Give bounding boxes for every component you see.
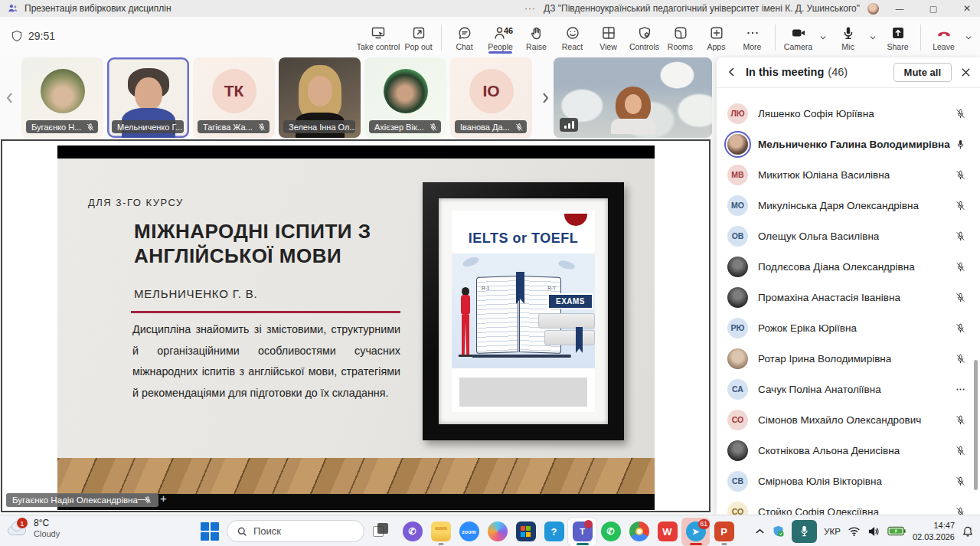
toolbar-chat-button[interactable]: Chat [446,21,482,51]
back-chevron-icon[interactable] [727,67,737,77]
titlebar-overflow-icon[interactable]: ··· [524,3,536,14]
participant-tile[interactable]: Зелена Інна Ол... [279,57,361,138]
participant-row[interactable]: Скотнікова Альона Денисівна [717,435,980,466]
participant-row[interactable]: ЛЮЛяшенко Софія Юріївна [717,98,980,129]
minimize-button[interactable]: — [887,0,913,17]
windows-security-icon[interactable] [772,525,785,538]
task-view-button[interactable] [373,523,390,540]
participant-row[interactable]: Ротар Ірина Володимирівна [717,343,980,374]
mic-off-icon[interactable] [955,322,966,334]
wps-icon: W [658,521,678,541]
battery-icon[interactable] [887,526,906,536]
whatsapp-taskbar-icon[interactable]: ✆ [596,518,625,546]
mic-off-icon[interactable] [955,476,966,487]
toolbar-react-button[interactable]: React [554,21,590,51]
camera-options-chevron[interactable] [816,21,830,43]
zoom-in-button[interactable]: + [160,492,167,505]
wps-taskbar-icon[interactable]: W [653,518,681,546]
mic-off-icon[interactable] [955,261,966,273]
slide-description: Дисципліна знайомить зі змістовими, стру… [132,319,400,404]
participant-row[interactable]: СОСімонов Михайло Олександрович [717,404,980,435]
participant-row[interactable]: СОСтойко Софія Олексіївна [717,496,980,515]
toolbar-controls-button[interactable]: Controls [626,21,662,51]
leave-options-chevron[interactable] [962,21,975,43]
taskbar-clock[interactable]: 14:47 02.03.2026 [913,520,955,542]
store-taskbar-icon[interactable] [511,518,540,546]
participant-tile[interactable]: ІОІванова Да... [450,57,532,138]
mic-off-icon[interactable] [955,108,966,119]
mic-off-icon[interactable] [955,292,966,303]
zoom-icon: zoom [459,521,479,541]
toolbar-view-button[interactable]: View [590,21,626,51]
mic-on-icon[interactable] [955,139,966,150]
zoom-taskbar-icon[interactable]: zoom [455,518,483,546]
viber-taskbar-icon[interactable]: ✆ [398,518,426,546]
chrome-taskbar-icon[interactable] [625,518,653,546]
mic-off-icon[interactable] [955,169,966,181]
shared-screen-area[interactable]: ДЛЯ 3-ГО КУРСУ МІЖНАРОДНІ ІСПИТИ З АНГЛІ… [2,140,710,512]
teams-taskbar-icon[interactable]: T [568,518,596,546]
tile-participant-name: Ахієзер Вік... [374,123,424,132]
participant-row[interactable]: МОМикулінська Даря Олександрівна [717,190,980,221]
taskbar-search[interactable]: Поиск [227,520,364,542]
mic-icon [841,25,856,41]
toolbar-pop-out-button[interactable]: Pop out [400,21,436,51]
toolbar-more-button[interactable]: More [734,21,770,51]
participant-row[interactable]: ОВОлещук Ольга Василівна [717,221,980,251]
explorer-taskbar-icon[interactable] [426,518,455,546]
powerpoint-taskbar-icon[interactable]: P [710,518,738,546]
copilot-taskbar-icon[interactable] [483,518,511,546]
notification-bell-icon[interactable]: z [962,525,974,538]
weather-widget[interactable]: 1 8°C Cloudy [6,518,60,540]
camera-icon [791,25,806,41]
active-mic-indicator[interactable] [792,520,817,543]
toolbar-people-button[interactable]: People46 [482,21,518,51]
telegram-taskbar-icon[interactable]: ➤61 [681,518,710,546]
participant-tile[interactable]: Ахієзер Вік... [364,57,446,138]
maximize-button[interactable]: ▢ [920,0,946,17]
mic-off-icon[interactable] [955,445,966,456]
toolbar-mic-button[interactable]: Mic [830,21,866,51]
teams-app-icon [8,3,18,14]
zoom-out-button[interactable]: — [138,492,149,505]
row-more-icon[interactable] [955,384,966,395]
mic-off-icon[interactable] [955,506,966,515]
panel-scrollbar[interactable] [974,360,978,490]
mic-off-icon[interactable] [955,230,966,242]
mute-all-button[interactable]: Mute all [893,63,952,82]
filmstrip-next-button[interactable] [538,88,552,108]
panel-close-icon[interactable] [961,67,971,77]
search-placeholder: Поиск [253,525,281,537]
participant-tile[interactable]: ТКТагієва Жа... [193,57,275,138]
filmstrip-prev-button[interactable] [3,88,17,108]
mic-off-icon[interactable] [955,200,966,211]
toolbar-camera-button[interactable]: Camera [780,21,816,51]
mic-off-icon[interactable] [955,353,966,365]
toolbar-raise-button[interactable]: Raise [518,21,554,51]
participant-row[interactable]: Промахіна Анастасія Іванівна [717,282,980,312]
participant-row[interactable]: РЮРожок Еріка Юріївна [717,312,980,343]
speaker-icon[interactable] [867,526,880,537]
spotlight-video-tile[interactable] [554,57,712,138]
mic-options-chevron[interactable] [866,21,880,43]
participant-row[interactable]: МВМикитюк Юліана Василівна [717,159,980,190]
toolbar-take-control-button[interactable]: Take control [356,21,400,51]
participant-row[interactable]: САСачук Поліна Анатоліївна [717,374,980,404]
tray-expand-chevron-icon[interactable] [755,528,765,535]
start-button[interactable] [201,522,219,541]
toolbar-apps-button[interactable]: Apps [698,21,734,51]
participant-row[interactable]: Мельниченко Галина Володимирівна [717,129,980,159]
mic-off-icon[interactable] [955,414,966,426]
close-button[interactable]: ✕ [954,0,980,17]
participant-row[interactable]: СВСмірнова Юлія Вікторівна [717,466,980,496]
participant-row[interactable]: Подлєсова Діана Олександрівна [717,251,980,282]
toolbar-rooms-button[interactable]: Rooms [662,21,698,51]
participant-tile[interactable]: Мельниченко Г... [107,57,189,138]
toolbar-share-button[interactable]: Share [880,21,916,51]
tips-taskbar-icon[interactable]: ? [540,518,568,546]
wifi-icon[interactable] [848,526,861,537]
participant-tile[interactable]: Бугаєнко Н... [21,57,103,138]
toolbar-leave-button[interactable]: Leave [926,21,962,51]
user-avatar[interactable] [867,3,879,15]
language-indicator[interactable]: УКР [824,527,841,536]
